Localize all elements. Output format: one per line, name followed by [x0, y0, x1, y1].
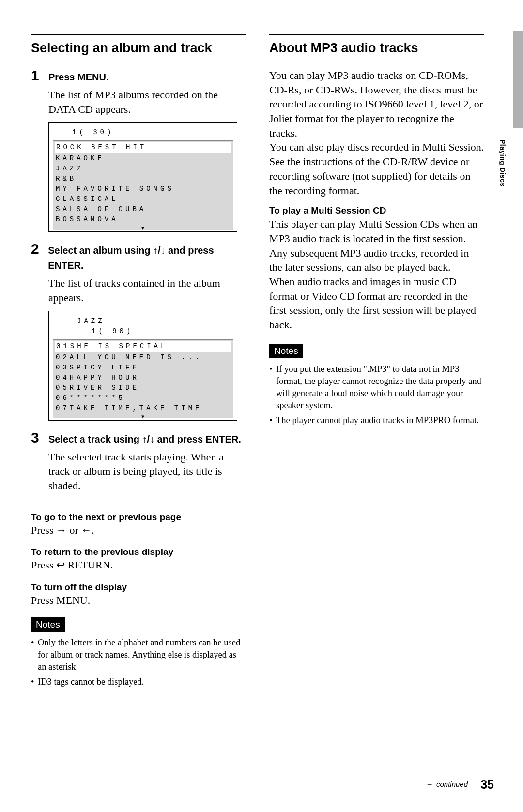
list-item: 05RIVER SIDE: [55, 383, 231, 393]
track-selected-row: 01SHE IS SPECIAL: [55, 341, 231, 352]
text: or: [67, 524, 81, 536]
down-arrow-icon: ↓: [161, 245, 166, 256]
track-screen-album: JAZZ: [53, 316, 233, 326]
text: Press: [31, 559, 56, 571]
track-list-screen: JAZZ 1( 90) 01SHE IS SPECIAL 02ALL YOU N…: [48, 311, 237, 421]
list-item: 02ALL YOU NEED IS ...: [55, 352, 231, 363]
album-screen-counter: 1( 30): [53, 127, 233, 138]
text: .: [92, 524, 94, 536]
about-mp3-heading: About MP3 audio tracks: [269, 34, 484, 56]
text: RETURN.: [65, 559, 113, 571]
note-item: ID3 tags cannot be displayed.: [31, 676, 246, 688]
multisession-heading: To play a Multi Session CD: [269, 205, 484, 216]
return-body: Press ↩ RETURN.: [31, 558, 246, 572]
multisession-body: This player can play Multi Session CDs w…: [269, 217, 484, 332]
left-arrow-icon: ←: [81, 524, 92, 536]
list-item: CLASSICAL: [55, 194, 231, 204]
section-tab: Playing Discs: [499, 139, 507, 187]
text: Press: [31, 524, 56, 536]
step-1: 1 Press MENU.: [31, 68, 246, 85]
page-columns: Selecting an album and track 1 Press MEN…: [0, 0, 523, 690]
list-item: 03SPICY LIFE: [55, 363, 231, 373]
list-item: KARAOKE: [55, 153, 231, 164]
right-notes-list: If you put the extension ".MP3" to data …: [269, 363, 484, 427]
list-item: 07TAKE TIME,TAKE TIME: [55, 403, 231, 414]
turnoff-body: Press MENU.: [31, 594, 246, 608]
more-indicator-icon: ▼: [55, 225, 231, 230]
return-icon: ↩: [56, 559, 65, 571]
step-2-title: Select an album using ↑/↓ and press ENTE…: [48, 243, 246, 273]
step-3-title-post: and press ENTER.: [154, 434, 241, 444]
step-1-title: Press MENU.: [48, 70, 109, 85]
album-list-screen: 1( 30) ROCK BEST HIT KARAOKE JAZZ R&B MY…: [48, 122, 237, 232]
step-1-body: The list of MP3 albums recorded on the D…: [48, 88, 246, 116]
step-3-number: 3: [31, 430, 44, 445]
about-mp3-body: You can play MP3 audio tracks on CD-ROMs…: [269, 68, 484, 198]
step-3-title-pre: Select a track using: [48, 434, 142, 444]
list-item: JAZZ: [55, 164, 231, 174]
notes-badge: Notes: [269, 344, 303, 358]
list-item: SALSA OF CUBA: [55, 204, 231, 214]
list-item: 06*******5: [55, 393, 231, 403]
continued-arrow-icon: →: [426, 780, 433, 788]
left-column: Selecting an album and track 1 Press MEN…: [31, 34, 246, 690]
margin-accent: [513, 31, 523, 128]
step-1-number: 1: [31, 68, 44, 83]
step-3: 3 Select a track using ↑/↓ and press ENT…: [31, 430, 246, 447]
step-2-body: The list of tracks contained in the albu…: [48, 276, 246, 305]
step-3-title: Select a track using ↑/↓ and press ENTER…: [48, 432, 241, 447]
return-heading: To return to the previous display: [31, 547, 246, 557]
up-arrow-icon: ↑: [142, 434, 147, 444]
album-listbox: ROCK BEST HIT KARAOKE JAZZ R&B MY FAVORI…: [53, 140, 233, 230]
note-item: Only the letters in the alphabet and num…: [31, 637, 246, 673]
right-arrow-icon: →: [56, 524, 67, 536]
next-prev-heading: To go to the next or previous page: [31, 512, 246, 522]
next-prev-body: Press → or ←.: [31, 523, 246, 537]
list-item: 04HAPPY HOUR: [55, 373, 231, 383]
step-2-title-pre: Select an album using: [48, 245, 153, 256]
continued-label: continued: [436, 780, 468, 788]
page-footer: → continued 35: [426, 778, 494, 792]
note-item: If you put the extension ".MP3" to data …: [269, 363, 484, 412]
notes-badge: Notes: [31, 617, 65, 632]
left-notes-list: Only the letters in the alphabet and num…: [31, 637, 246, 688]
turnoff-heading: To turn off the display: [31, 582, 246, 593]
step-3-body: The selected track starts playing. When …: [48, 450, 246, 493]
up-arrow-icon: ↑: [153, 245, 158, 256]
track-screen-counter: 1( 90): [53, 326, 233, 337]
list-item: BOSSANOVA: [55, 214, 231, 225]
track-listbox: 01SHE IS SPECIAL 02ALL YOU NEED IS ... 0…: [53, 339, 233, 418]
album-selected-row: ROCK BEST HIT: [55, 142, 231, 153]
right-column: About MP3 audio tracks You can play MP3 …: [269, 34, 494, 690]
selecting-heading: Selecting an album and track: [31, 34, 246, 56]
down-arrow-icon: ↓: [150, 434, 154, 444]
page-number: 35: [480, 778, 494, 791]
list-item: MY FAVORITE SONGS: [55, 184, 231, 194]
note-item: The player cannot play audio tracks in M…: [269, 414, 484, 427]
step-2-number: 2: [31, 242, 43, 256]
separator-rule: [31, 502, 229, 502]
step-2: 2 Select an album using ↑/↓ and press EN…: [31, 242, 246, 273]
more-indicator-icon: ▼: [55, 414, 231, 418]
list-item: R&B: [55, 174, 231, 184]
